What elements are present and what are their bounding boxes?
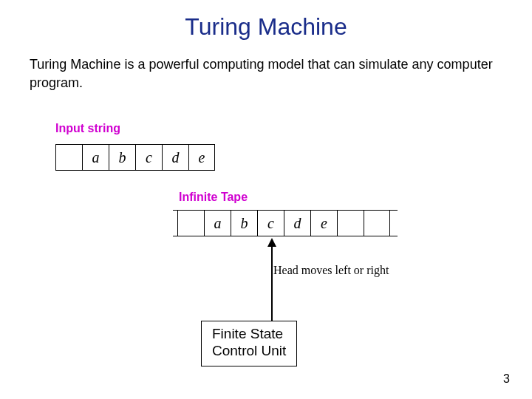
description-text: Turing Machine is a powerful computing m…: [30, 55, 502, 92]
input-cell: c: [135, 144, 162, 171]
tape-cell: a: [204, 210, 231, 236]
input-cell: e: [188, 144, 215, 171]
head-arrow: [267, 238, 276, 321]
control-line2: Control Unit: [212, 343, 286, 360]
page-number: 3: [503, 372, 510, 386]
tape-cell: [177, 210, 204, 236]
input-cell: b: [109, 144, 135, 171]
tape-cell: d: [284, 210, 310, 236]
tape-cell: e: [310, 210, 337, 236]
tape-cell: [364, 210, 390, 236]
input-string-label: Input string: [55, 122, 120, 135]
tape-row: a b c d e: [177, 210, 390, 236]
control-unit-box: Finite State Control Unit: [201, 321, 297, 366]
input-string-row: a b c d e: [55, 144, 215, 171]
slide-title: Turing Machine: [0, 13, 532, 41]
tape-cell: c: [257, 210, 284, 236]
head-caption: Head moves left or right: [273, 264, 389, 277]
input-cell: a: [82, 144, 109, 171]
tape-cell: b: [231, 210, 257, 236]
arrow-shaft: [271, 247, 273, 321]
tape-cell: [337, 210, 364, 236]
tape-open-right: [389, 210, 398, 236]
control-line1: Finite State: [212, 326, 286, 343]
infinite-tape-label: Infinite Tape: [179, 191, 248, 204]
arrowhead-icon: [267, 238, 276, 247]
input-cell: d: [162, 144, 188, 171]
input-cell: [55, 144, 82, 171]
